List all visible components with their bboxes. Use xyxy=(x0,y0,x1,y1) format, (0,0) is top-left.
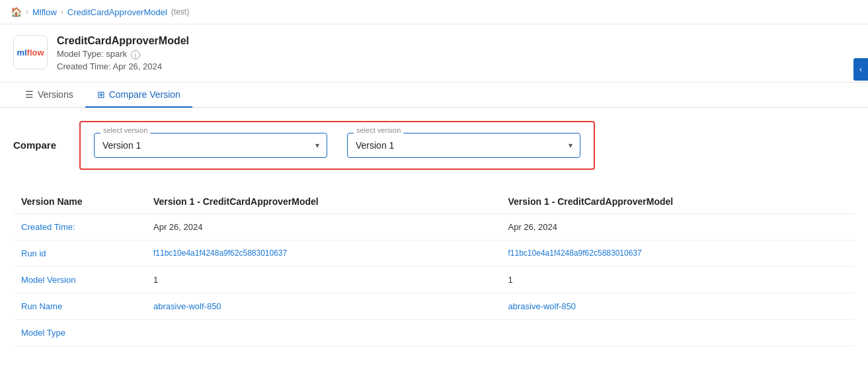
model-header: mlflow CreditCardApproverModel Model Typ… xyxy=(0,24,868,83)
breadcrumb: 🏠 › Mlflow › CreditCardApproverModel (te… xyxy=(0,0,868,24)
table-row: Model Type xyxy=(13,319,855,346)
breadcrumb-mlflow[interactable]: Mlflow xyxy=(32,7,57,17)
model-name: CreditCardApproverModel xyxy=(57,35,189,47)
row-col2-model-version: 1 xyxy=(500,266,855,293)
breadcrumb-sep-1: › xyxy=(26,7,28,17)
model-created-time: Created Time: Apr 26, 2024 xyxy=(57,61,189,71)
info-icon[interactable]: i xyxy=(131,50,140,59)
tab-versions[interactable]: ☰ Versions xyxy=(13,83,85,108)
row-label-model-type: Model Type xyxy=(13,319,145,346)
select-label-2: select version xyxy=(354,126,403,134)
col-header-v2: Version 1 - CreditCardApproverModel xyxy=(500,190,855,214)
tabs-bar: ☰ Versions ⊞ Compare Version xyxy=(0,83,868,108)
row-label-created-time: Created Time: xyxy=(13,213,145,240)
model-type: Model Type: spark i xyxy=(57,49,189,59)
row-col2-model-type xyxy=(500,319,855,346)
version-selector-1-wrapper: select version Version 1 ▾ xyxy=(94,133,327,158)
tab-compare-label: Compare Version xyxy=(109,89,180,100)
tab-compare-version[interactable]: ⊞ Compare Version xyxy=(85,83,192,108)
version-selector-2-wrapper: select version Version 1 ▾ xyxy=(347,133,580,158)
versions-icon: ☰ xyxy=(25,89,34,100)
table-row: Model Version 1 1 xyxy=(13,266,855,293)
table-row: Created Time: Apr 26, 2024 Apr 26, 2024 xyxy=(13,213,855,240)
version-select-2[interactable]: Version 1 xyxy=(347,133,580,158)
col-header-name: Version Name xyxy=(13,190,145,214)
main-content: Compare select version Version 1 ▾ selec… xyxy=(0,108,868,359)
row-col1-run-name[interactable]: abrasive-wolf-850 xyxy=(145,293,500,319)
row-col2-run-id[interactable]: f11bc10e4a1f4248a9f62c5883010637 xyxy=(500,240,855,266)
logo-ml: ml xyxy=(17,48,26,57)
row-col2-created-time: Apr 26, 2024 xyxy=(500,213,855,240)
model-logo: mlflow xyxy=(13,35,48,69)
row-label-run-name: Run Name xyxy=(13,293,145,319)
compare-label: Compare xyxy=(13,139,66,151)
version-selectors-box: select version Version 1 ▾ select versio… xyxy=(79,121,595,170)
row-col1-created-time: Apr 26, 2024 xyxy=(145,213,500,240)
breadcrumb-model-name[interactable]: CreditCardApproverModel xyxy=(67,7,167,17)
row-label-model-version: Model Version xyxy=(13,266,145,293)
tab-versions-label: Versions xyxy=(38,89,73,100)
table-row: Run Name abrasive-wolf-850 abrasive-wolf… xyxy=(13,293,855,319)
row-col2-run-name[interactable]: abrasive-wolf-850 xyxy=(500,293,855,319)
breadcrumb-sep-2: › xyxy=(61,7,63,17)
row-col1-model-type xyxy=(145,319,500,346)
compare-icon: ⊞ xyxy=(97,89,105,100)
compare-section: Compare select version Version 1 ▾ selec… xyxy=(13,121,855,170)
model-info: CreditCardApproverModel Model Type: spar… xyxy=(57,35,189,71)
row-col1-model-version: 1 xyxy=(145,266,500,293)
select-label-1: select version xyxy=(100,126,150,134)
version-select-1[interactable]: Version 1 xyxy=(94,133,327,158)
comparison-table: Version Name Version 1 - CreditCardAppro… xyxy=(13,190,855,346)
breadcrumb-tag: (test) xyxy=(171,7,189,17)
col-header-v1: Version 1 - CreditCardApproverModel xyxy=(145,190,500,214)
sidebar-collapse-button[interactable]: ‹ xyxy=(853,58,868,81)
table-row: Run id f11bc10e4a1f4248a9f62c5883010637 … xyxy=(13,240,855,266)
row-col1-run-id[interactable]: f11bc10e4a1f4248a9f62c5883010637 xyxy=(145,240,500,266)
row-label-run-id: Run id xyxy=(13,240,145,266)
home-icon[interactable]: 🏠 xyxy=(11,7,22,17)
logo-flow: flow xyxy=(27,48,44,57)
